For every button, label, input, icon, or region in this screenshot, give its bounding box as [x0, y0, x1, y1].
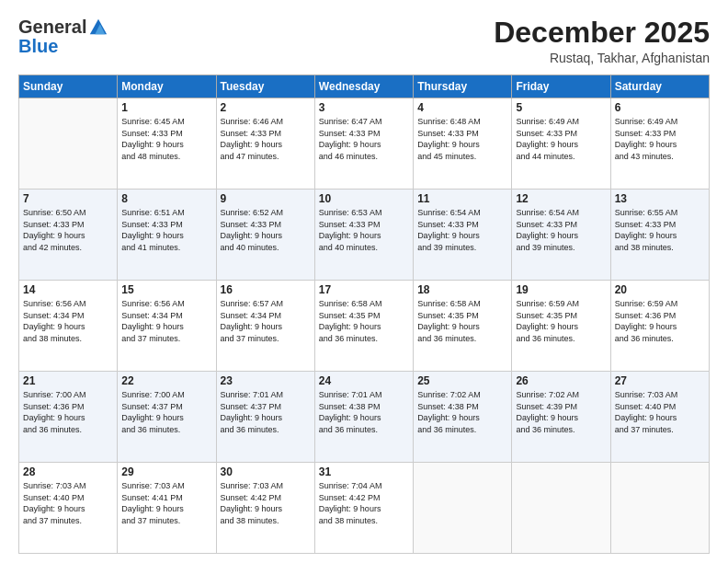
table-row: 22Sunrise: 7:00 AM Sunset: 4:37 PM Dayli…	[118, 372, 216, 463]
day-number: 28	[23, 465, 113, 478]
day-number: 10	[319, 192, 409, 205]
col-wednesday: Wednesday	[314, 75, 413, 98]
table-row: 21Sunrise: 7:00 AM Sunset: 4:36 PM Dayli…	[19, 372, 118, 463]
table-row: 3Sunrise: 6:47 AM Sunset: 4:33 PM Daylig…	[314, 98, 413, 190]
table-row: 5Sunrise: 6:49 AM Sunset: 4:33 PM Daylig…	[512, 98, 610, 190]
day-number: 12	[516, 192, 606, 205]
day-number: 26	[516, 374, 606, 387]
table-row: 6Sunrise: 6:49 AM Sunset: 4:33 PM Daylig…	[610, 98, 709, 190]
table-row: 1Sunrise: 6:45 AM Sunset: 4:33 PM Daylig…	[118, 98, 216, 190]
day-info: Sunrise: 6:49 AM Sunset: 4:33 PM Dayligh…	[516, 116, 606, 162]
table-row: 25Sunrise: 7:02 AM Sunset: 4:38 PM Dayli…	[414, 372, 512, 463]
table-row: 16Sunrise: 6:57 AM Sunset: 4:34 PM Dayli…	[216, 281, 314, 372]
table-row	[19, 98, 118, 190]
day-number: 1	[121, 101, 211, 114]
day-number: 11	[417, 192, 507, 205]
day-info: Sunrise: 6:57 AM Sunset: 4:34 PM Dayligh…	[221, 298, 311, 344]
day-number: 9	[221, 192, 311, 205]
logo-icon	[88, 17, 108, 38]
table-row: 14Sunrise: 6:56 AM Sunset: 4:34 PM Dayli…	[19, 281, 118, 372]
logo: General Blue	[18, 17, 108, 57]
day-number: 23	[221, 374, 311, 387]
calendar-week-row: 7Sunrise: 6:50 AM Sunset: 4:33 PM Daylig…	[19, 190, 710, 281]
calendar-week-row: 1Sunrise: 6:45 AM Sunset: 4:33 PM Daylig…	[19, 98, 710, 190]
table-row: 7Sunrise: 6:50 AM Sunset: 4:33 PM Daylig…	[19, 190, 118, 281]
table-row: 8Sunrise: 6:51 AM Sunset: 4:33 PM Daylig…	[118, 190, 216, 281]
day-info: Sunrise: 6:49 AM Sunset: 4:33 PM Dayligh…	[615, 116, 705, 162]
day-number: 16	[221, 283, 311, 296]
calendar-week-row: 28Sunrise: 7:03 AM Sunset: 4:40 PM Dayli…	[19, 463, 710, 554]
day-info: Sunrise: 6:56 AM Sunset: 4:34 PM Dayligh…	[23, 298, 113, 344]
day-info: Sunrise: 7:01 AM Sunset: 4:37 PM Dayligh…	[221, 389, 311, 435]
day-info: Sunrise: 7:02 AM Sunset: 4:38 PM Dayligh…	[417, 389, 507, 435]
page: General Blue December 2025 Rustaq, Takha…	[0, 0, 728, 563]
day-info: Sunrise: 6:46 AM Sunset: 4:33 PM Dayligh…	[221, 116, 311, 162]
header: General Blue December 2025 Rustaq, Takha…	[18, 17, 710, 65]
table-row: 9Sunrise: 6:52 AM Sunset: 4:33 PM Daylig…	[216, 190, 314, 281]
table-row	[414, 463, 512, 554]
table-row: 28Sunrise: 7:03 AM Sunset: 4:40 PM Dayli…	[19, 463, 118, 554]
day-info: Sunrise: 6:51 AM Sunset: 4:33 PM Dayligh…	[121, 207, 211, 253]
day-info: Sunrise: 6:59 AM Sunset: 4:35 PM Dayligh…	[516, 298, 606, 344]
day-info: Sunrise: 7:03 AM Sunset: 4:41 PM Dayligh…	[121, 480, 211, 526]
day-info: Sunrise: 7:02 AM Sunset: 4:39 PM Dayligh…	[516, 389, 606, 435]
table-row: 13Sunrise: 6:55 AM Sunset: 4:33 PM Dayli…	[610, 190, 709, 281]
day-info: Sunrise: 7:01 AM Sunset: 4:38 PM Dayligh…	[319, 389, 409, 435]
day-info: Sunrise: 7:03 AM Sunset: 4:42 PM Dayligh…	[221, 480, 311, 526]
day-number: 7	[23, 192, 113, 205]
day-info: Sunrise: 6:55 AM Sunset: 4:33 PM Dayligh…	[615, 207, 705, 253]
day-info: Sunrise: 7:04 AM Sunset: 4:42 PM Dayligh…	[319, 480, 409, 526]
day-number: 3	[319, 101, 409, 114]
day-info: Sunrise: 7:03 AM Sunset: 4:40 PM Dayligh…	[23, 480, 113, 526]
day-info: Sunrise: 7:00 AM Sunset: 4:37 PM Dayligh…	[121, 389, 211, 435]
day-number: 5	[516, 101, 606, 114]
day-info: Sunrise: 6:58 AM Sunset: 4:35 PM Dayligh…	[319, 298, 409, 344]
day-info: Sunrise: 6:54 AM Sunset: 4:33 PM Dayligh…	[417, 207, 507, 253]
day-number: 25	[417, 374, 507, 387]
calendar-week-row: 21Sunrise: 7:00 AM Sunset: 4:36 PM Dayli…	[19, 372, 710, 463]
table-row: 15Sunrise: 6:56 AM Sunset: 4:34 PM Dayli…	[118, 281, 216, 372]
day-info: Sunrise: 6:58 AM Sunset: 4:35 PM Dayligh…	[417, 298, 507, 344]
day-info: Sunrise: 7:00 AM Sunset: 4:36 PM Dayligh…	[23, 389, 113, 435]
day-info: Sunrise: 6:52 AM Sunset: 4:33 PM Dayligh…	[221, 207, 311, 253]
day-number: 8	[121, 192, 211, 205]
calendar-header-row: Sunday Monday Tuesday Wednesday Thursday…	[19, 75, 710, 98]
day-number: 31	[319, 465, 409, 478]
col-tuesday: Tuesday	[216, 75, 314, 98]
table-row: 27Sunrise: 7:03 AM Sunset: 4:40 PM Dayli…	[610, 372, 709, 463]
table-row: 23Sunrise: 7:01 AM Sunset: 4:37 PM Dayli…	[216, 372, 314, 463]
table-row: 26Sunrise: 7:02 AM Sunset: 4:39 PM Dayli…	[512, 372, 610, 463]
day-number: 20	[615, 283, 705, 296]
day-number: 2	[221, 101, 311, 114]
day-number: 21	[23, 374, 113, 387]
table-row: 17Sunrise: 6:58 AM Sunset: 4:35 PM Dayli…	[314, 281, 413, 372]
logo-general-text: General	[18, 17, 86, 38]
day-info: Sunrise: 6:50 AM Sunset: 4:33 PM Dayligh…	[23, 207, 113, 253]
table-row: 18Sunrise: 6:58 AM Sunset: 4:35 PM Dayli…	[414, 281, 512, 372]
col-sunday: Sunday	[19, 75, 118, 98]
day-number: 13	[615, 192, 705, 205]
logo-blue-text: Blue	[18, 36, 58, 56]
location-title: Rustaq, Takhar, Afghanistan	[494, 51, 710, 65]
day-number: 19	[516, 283, 606, 296]
table-row: 19Sunrise: 6:59 AM Sunset: 4:35 PM Dayli…	[512, 281, 610, 372]
month-title: December 2025	[494, 17, 710, 49]
calendar-table: Sunday Monday Tuesday Wednesday Thursday…	[18, 75, 710, 554]
table-row: 11Sunrise: 6:54 AM Sunset: 4:33 PM Dayli…	[414, 190, 512, 281]
day-number: 24	[319, 374, 409, 387]
table-row: 4Sunrise: 6:48 AM Sunset: 4:33 PM Daylig…	[414, 98, 512, 190]
day-info: Sunrise: 6:56 AM Sunset: 4:34 PM Dayligh…	[121, 298, 211, 344]
col-thursday: Thursday	[414, 75, 512, 98]
day-info: Sunrise: 6:48 AM Sunset: 4:33 PM Dayligh…	[417, 116, 507, 162]
table-row: 30Sunrise: 7:03 AM Sunset: 4:42 PM Dayli…	[216, 463, 314, 554]
day-info: Sunrise: 6:47 AM Sunset: 4:33 PM Dayligh…	[319, 116, 409, 162]
day-info: Sunrise: 6:45 AM Sunset: 4:33 PM Dayligh…	[121, 116, 211, 162]
col-saturday: Saturday	[610, 75, 709, 98]
calendar-week-row: 14Sunrise: 6:56 AM Sunset: 4:34 PM Dayli…	[19, 281, 710, 372]
table-row: 31Sunrise: 7:04 AM Sunset: 4:42 PM Dayli…	[314, 463, 413, 554]
table-row: 20Sunrise: 6:59 AM Sunset: 4:36 PM Dayli…	[610, 281, 709, 372]
day-info: Sunrise: 6:53 AM Sunset: 4:33 PM Dayligh…	[319, 207, 409, 253]
day-number: 14	[23, 283, 113, 296]
day-info: Sunrise: 7:03 AM Sunset: 4:40 PM Dayligh…	[615, 389, 705, 435]
table-row: 24Sunrise: 7:01 AM Sunset: 4:38 PM Dayli…	[314, 372, 413, 463]
